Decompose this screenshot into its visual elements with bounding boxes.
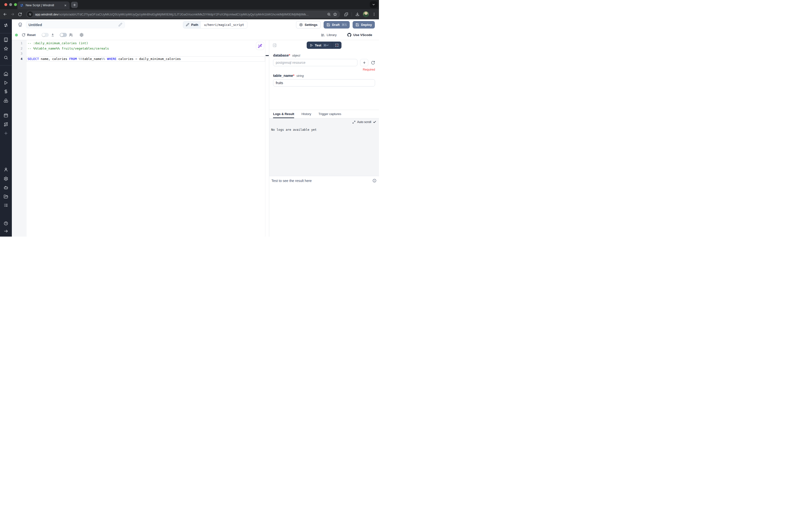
editor-toolbar: Reset Library (12, 30, 379, 40)
test-button[interactable]: Test ⌘↵ (307, 42, 342, 49)
database-field-label: database* (273, 53, 290, 57)
save-icon (355, 23, 359, 26)
windmill-logo-icon[interactable] (4, 23, 8, 27)
sidebar-item-workers-robot-icon[interactable] (4, 185, 8, 190)
info-icon[interactable] (372, 179, 376, 183)
deploy-label: Deploy (361, 23, 372, 26)
sidebar-item-favorites-star-icon[interactable] (4, 46, 8, 51)
tab-search-button[interactable] (370, 1, 378, 8)
editor-scrollbar[interactable] (265, 40, 269, 237)
path-pill[interactable]: Path u/henri/magical_script (183, 21, 247, 29)
new-tab-button[interactable] (71, 2, 78, 8)
site-info-button[interactable] (27, 11, 33, 17)
bookmark-star-icon[interactable] (333, 12, 337, 16)
close-window-button[interactable] (4, 3, 7, 6)
script-name-field[interactable]: Untitled (26, 21, 125, 28)
sidebar-item-settings-gear-icon[interactable] (4, 176, 8, 181)
test-button-main[interactable]: Test ⌘↵ (307, 42, 332, 49)
sidebar-item-search-icon[interactable] (4, 55, 8, 60)
back-button[interactable] (3, 12, 7, 16)
capture-mode-button[interactable] (332, 42, 342, 49)
use-vscode-label: Use VScode (353, 33, 372, 37)
collab-mode-toggle[interactable] (60, 33, 67, 37)
ai-assistant-button[interactable] (256, 42, 264, 50)
main-area: Untitled Path u/henri/magical_script (12, 19, 379, 237)
address-bar[interactable]: app.windmill.dev/scripts/add#JTdCJTIyaGF… (26, 11, 340, 18)
url-domain: app.windmill.dev (35, 12, 58, 16)
line-number-active: 4 (12, 56, 26, 62)
settings-button[interactable]: Settings (296, 21, 321, 29)
draft-shortcut: ⌘S (342, 23, 347, 26)
tab-history[interactable]: History (301, 110, 311, 118)
add-resource-button[interactable] (360, 59, 368, 66)
sidebar-item-add-plus-icon[interactable] (4, 131, 8, 135)
overview-ruler-mark (266, 55, 269, 56)
zoom-window-button[interactable] (14, 3, 17, 6)
auto-scroll-label: Auto scroll (357, 120, 371, 124)
tab-trigger-captures[interactable]: Trigger captures (318, 110, 341, 118)
browser-tab[interactable]: New Script | Windmill (17, 1, 70, 9)
use-vscode-button[interactable]: Use VScode (347, 33, 372, 37)
code-comment: -- %%table_name%% fruits/vegetables/cere… (27, 47, 109, 50)
required-marker: * (293, 73, 295, 77)
script-name: Untitled (28, 23, 118, 27)
forward-button[interactable] (10, 12, 15, 16)
zoom-in-icon[interactable] (327, 12, 331, 16)
download-icon[interactable] (355, 12, 360, 16)
browser-menu-icon[interactable] (372, 12, 376, 16)
expand-icon[interactable] (352, 121, 355, 124)
toolbar-right: Library Use VScode (321, 33, 372, 37)
required-marker: * (289, 53, 290, 57)
profile-avatar[interactable] (363, 11, 369, 17)
url-text: app.windmill.dev/scripts/add#JTdCJTIyaGF… (35, 12, 325, 16)
sidebar-item-workspace-building-icon[interactable] (4, 37, 8, 42)
reset-button[interactable]: Reset (22, 33, 36, 37)
tab-close-icon[interactable] (63, 3, 67, 7)
extensions-puzzle-icon[interactable] (344, 12, 348, 16)
table-name-input-row (273, 79, 375, 87)
reload-button[interactable] (18, 12, 22, 16)
refresh-resources-button[interactable] (371, 61, 375, 65)
sidebar-item-triggers-route-icon[interactable] (4, 122, 8, 127)
pencil-icon (186, 23, 189, 26)
line-number: 3 (12, 51, 26, 56)
play-icon (310, 44, 313, 47)
edit-pencil-icon[interactable] (118, 23, 122, 26)
required-note: Required (273, 68, 375, 71)
code-editor[interactable]: 1 2 3 4 -- :daily_minimum_calories (int)… (12, 40, 269, 237)
sidebar-item-schedules-calendar-icon[interactable] (4, 113, 8, 118)
sidebar-item-help-icon[interactable] (4, 221, 8, 226)
users-icon (69, 33, 73, 37)
draft-button[interactable]: Draft ⌘S (324, 21, 350, 29)
sidebar-item-folders-folder-open-icon[interactable] (4, 194, 8, 199)
settings-label: Settings (305, 23, 317, 26)
sidebar-item-variables-dollar-icon[interactable] (4, 89, 8, 94)
panel-collapse-icon[interactable] (273, 43, 277, 47)
auto-scroll-control[interactable]: Auto scroll (271, 120, 376, 124)
sidebar-item-runs-play-icon[interactable] (4, 80, 8, 85)
sidebar-expand-arrow-icon[interactable] (4, 229, 8, 233)
tab-logs-result[interactable]: Logs & Result (273, 110, 294, 118)
check-icon (373, 120, 376, 124)
deploy-button[interactable]: Deploy (353, 21, 375, 29)
minimize-window-button[interactable] (9, 3, 12, 6)
database-input[interactable] (273, 59, 357, 66)
sidebar-item-audit-list-icon[interactable] (4, 203, 8, 208)
path-label-segment: Path (183, 21, 201, 28)
refresh-icon (371, 61, 375, 65)
table-name-field-type: string (296, 74, 304, 77)
panel-header: Test ⌘↵ (269, 40, 379, 50)
gear-icon (299, 23, 303, 26)
window-controls[interactable] (4, 3, 17, 6)
sidebar-item-home-icon[interactable] (4, 71, 8, 76)
line-number: 1 (12, 41, 26, 46)
table-name-field-label-row: table_name* string (273, 73, 375, 77)
library-button[interactable]: Library (321, 33, 337, 37)
table-name-input[interactable] (273, 79, 375, 87)
sidebar-item-user-icon[interactable] (4, 167, 8, 172)
sidebar-item-resources-boxes-icon[interactable] (4, 98, 8, 103)
diff-mode-toggle[interactable] (42, 33, 49, 37)
path-value: u/henri/magical_script (201, 21, 247, 28)
editor-settings-gear-icon[interactable] (79, 33, 83, 37)
postgresql-elephant-icon (18, 22, 23, 27)
